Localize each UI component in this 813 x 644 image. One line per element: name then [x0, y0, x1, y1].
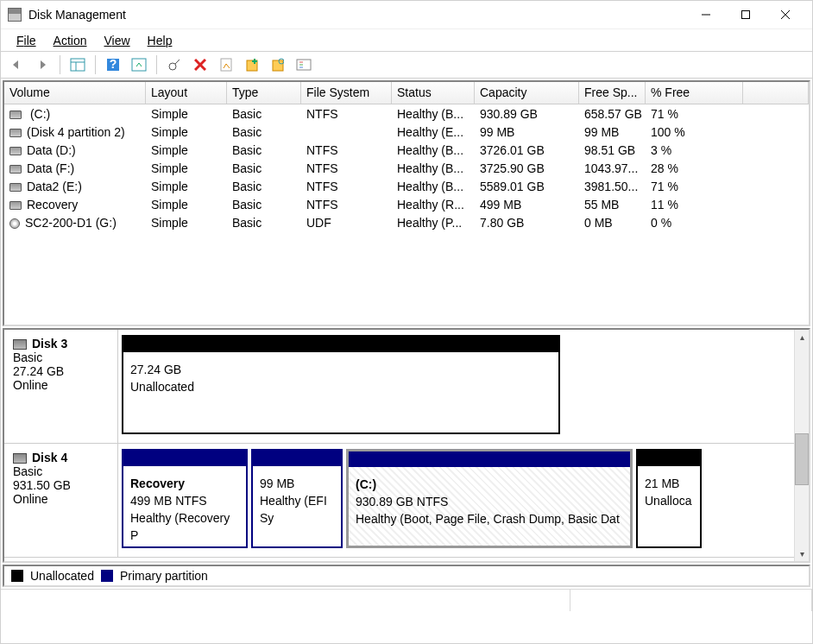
col-filesystem[interactable]: File System [301, 82, 392, 104]
partition-primary[interactable]: (C:)930.89 GB NTFSHealthy (Boot, Page Fi… [346, 449, 633, 548]
col-layout[interactable]: Layout [146, 82, 227, 104]
disk-size: 27.24 GB [13, 364, 109, 378]
svg-rect-16 [273, 60, 283, 71]
partition-status: Healthy (EFI Sy [260, 492, 334, 527]
minimize-button[interactable] [686, 2, 726, 28]
disk-name: Disk 3 [32, 337, 67, 350]
col-status[interactable]: Status [392, 82, 475, 104]
disk-label[interactable]: Disk 3Basic27.24 GBOnline [4, 330, 118, 443]
drive-icon [9, 129, 22, 137]
col-capacity[interactable]: Capacity [475, 82, 579, 104]
partition-status: Healthy (Boot, Page File, Crash Dump, Ba… [356, 510, 623, 527]
volume-name: Recovery [27, 198, 78, 212]
partition-title: (C:) [356, 476, 623, 493]
partition-unallocated[interactable]: 27.24 GBUnallocated [122, 335, 560, 434]
svg-rect-18 [297, 60, 311, 70]
volume-row[interactable]: (Disk 4 partition 2)SimpleBasicHealthy (… [4, 123, 809, 141]
menu-view[interactable]: View [96, 31, 139, 50]
partition-title: Recovery [130, 475, 239, 492]
svg-point-10 [169, 63, 176, 70]
partition-primary[interactable]: 99 MBHealthy (EFI Sy [251, 449, 343, 548]
cd-icon [9, 218, 20, 229]
svg-text:?: ? [110, 58, 117, 71]
legend-unallocated-swatch [11, 570, 23, 582]
partition-header [123, 451, 246, 466]
drive-icon [9, 165, 22, 174]
legend-primary-swatch [101, 570, 113, 582]
partition-status: Healthy (Recovery P [130, 509, 239, 544]
toolbar: ? [1, 51, 812, 79]
drive-icon [9, 147, 22, 155]
scroll-up-arrow[interactable]: ▴ [795, 330, 810, 344]
volume-name: Data (F:) [27, 161, 74, 175]
forward-button[interactable] [32, 54, 53, 75]
col-type[interactable]: Type [227, 82, 301, 104]
scroll-down-arrow[interactable]: ▾ [795, 546, 810, 561]
disk-icon [13, 339, 27, 350]
volume-row[interactable]: SC2-200-D1 (G:)SimpleBasicUDFHealthy (P.… [4, 213, 809, 231]
properties-button[interactable] [216, 54, 236, 75]
partition-size: 21 MB [645, 475, 693, 492]
disk-row: Disk 4Basic931.50 GBOnlineRecovery499 MB… [4, 444, 794, 558]
disk-size: 931.50 GB [13, 478, 109, 492]
volume-row[interactable]: (C:)SimpleBasicNTFSHealthy (B...930.89 G… [4, 104, 809, 123]
col-percentfree[interactable]: % Free [646, 82, 743, 104]
volume-row[interactable]: Data (D:)SimpleBasicNTFSHealthy (B...372… [4, 141, 809, 159]
volume-rows[interactable]: (C:)SimpleBasicNTFSHealthy (B...930.89 G… [4, 104, 809, 326]
menu-file[interactable]: File [8, 31, 45, 50]
col-volume[interactable]: Volume [4, 82, 146, 104]
back-button[interactable] [6, 54, 27, 75]
col-freespace[interactable]: Free Sp... [579, 82, 646, 104]
partition-status: Unallocated [130, 378, 551, 395]
settings-button[interactable] [164, 54, 185, 75]
more-actions-button[interactable] [293, 54, 314, 75]
disk-name: Disk 4 [32, 451, 67, 464]
svg-rect-9 [132, 59, 146, 71]
menu-help[interactable]: Help [139, 31, 181, 50]
disk-partitions: Recovery499 MB NTFSHealthy (Recovery P99… [118, 444, 794, 557]
legend-primary-label: Primary partition [120, 569, 208, 583]
drive-icon [9, 201, 22, 210]
volumes-pane: Volume Layout Type File System Status Ca… [3, 80, 810, 326]
delete-button[interactable] [190, 54, 211, 75]
extend-partition-button[interactable] [268, 54, 288, 75]
partition-size: 27.24 GB [130, 361, 551, 378]
volume-row[interactable]: Data (F:)SimpleBasicNTFSHealthy (B...372… [4, 159, 809, 177]
status-bar [1, 589, 812, 611]
vertical-scrollbar[interactable]: ▴ ▾ [794, 330, 809, 561]
disk-type: Basic [13, 350, 109, 364]
disk-label[interactable]: Disk 4Basic931.50 GBOnline [4, 444, 118, 557]
close-button[interactable] [766, 2, 805, 28]
scroll-thumb[interactable] [795, 433, 809, 485]
partition-unallocated[interactable]: 21 MBUnalloca [636, 449, 702, 548]
refresh-button[interactable] [129, 54, 149, 75]
disk-pane: Disk 3Basic27.24 GBOnline27.24 GBUnalloc… [3, 328, 810, 563]
legend-unallocated-label: Unallocated [30, 569, 94, 583]
svg-rect-1 [742, 11, 750, 19]
show-hide-tree-button[interactable] [67, 54, 88, 75]
svg-rect-4 [71, 59, 85, 71]
volume-name: (C:) [27, 107, 50, 121]
volume-name: Data (D:) [27, 143, 76, 157]
drive-icon [9, 183, 22, 192]
partition-primary[interactable]: Recovery499 MB NTFSHealthy (Recovery P [122, 449, 248, 548]
partition-header [123, 337, 558, 352]
volume-list-header: Volume Layout Type File System Status Ca… [4, 82, 809, 104]
volume-name: Data2 (E:) [27, 180, 82, 193]
disk-state: Online [13, 378, 109, 392]
help-button[interactable]: ? [103, 54, 123, 75]
app-icon [8, 8, 22, 22]
volume-row[interactable]: Data2 (E:)SimpleBasicNTFSHealthy (B...55… [4, 177, 809, 195]
new-partition-button[interactable] [242, 54, 262, 75]
partition-header [349, 451, 630, 467]
maximize-button[interactable] [726, 2, 766, 28]
disk-graphical-view[interactable]: Disk 3Basic27.24 GBOnline27.24 GBUnalloc… [4, 330, 794, 561]
window-title: Disk Management [28, 8, 686, 22]
menu-action[interactable]: Action [45, 31, 96, 50]
partition-header [253, 451, 341, 466]
volume-name: (Disk 4 partition 2) [27, 125, 125, 139]
title-bar: Disk Management [1, 1, 812, 28]
volume-row[interactable]: RecoverySimpleBasicNTFSHealthy (R...499 … [4, 195, 809, 213]
disk-partitions: 27.24 GBUnallocated [118, 330, 794, 443]
partition-size: 930.89 GB NTFS [356, 493, 623, 510]
